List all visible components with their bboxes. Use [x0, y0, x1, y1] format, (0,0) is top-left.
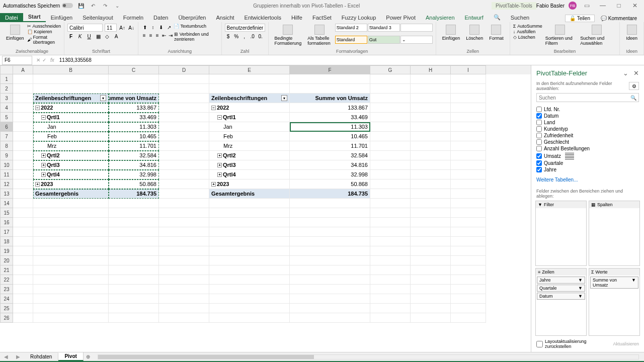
- row-header-16[interactable]: 16: [0, 218, 13, 227]
- cell[interactable]: [451, 275, 486, 285]
- cell[interactable]: [451, 218, 486, 227]
- cell[interactable]: [411, 218, 451, 227]
- cell[interactable]: [370, 170, 411, 179]
- cell[interactable]: [13, 313, 33, 323]
- cell[interactable]: Gesamtergebnis: [209, 189, 290, 199]
- cell[interactable]: [13, 227, 33, 237]
- save-icon[interactable]: 💾: [77, 2, 85, 10]
- cell[interactable]: [159, 313, 209, 323]
- row-header-10[interactable]: 10: [0, 160, 13, 170]
- cell[interactable]: Mrz: [209, 141, 290, 151]
- cell[interactable]: [370, 199, 411, 208]
- values-area[interactable]: ΣWerte Summe von Umsatz▼: [589, 268, 640, 336]
- format-cells-button[interactable]: Format: [486, 24, 507, 42]
- cell[interactable]: [109, 227, 159, 237]
- cell[interactable]: [411, 304, 451, 313]
- cell[interactable]: Jan: [33, 122, 109, 132]
- sheet-tab-pivot[interactable]: Pivot: [58, 352, 83, 361]
- row-header-14[interactable]: 14: [0, 199, 13, 208]
- align-bottom-icon[interactable]: ⬇: [157, 24, 165, 31]
- user-name[interactable]: Fabio Basler: [536, 3, 565, 9]
- cell[interactable]: 33.469: [290, 113, 370, 122]
- row-header-3[interactable]: 3: [0, 94, 13, 103]
- cell[interactable]: [159, 103, 209, 113]
- cell[interactable]: Zeilenbeschriftungen▼: [33, 94, 109, 103]
- cell[interactable]: [451, 84, 486, 94]
- cell[interactable]: [209, 256, 290, 265]
- name-box[interactable]: [2, 56, 32, 65]
- tab-einfuegen[interactable]: Einfügen: [46, 13, 77, 22]
- cell[interactable]: [159, 304, 209, 313]
- cell[interactable]: [159, 275, 209, 285]
- cell[interactable]: [451, 304, 486, 313]
- cell[interactable]: [13, 160, 33, 170]
- cell[interactable]: +Qrtl3: [209, 160, 290, 170]
- expand-collapse-icon[interactable]: −: [217, 115, 222, 120]
- cell[interactable]: [33, 199, 109, 208]
- expand-collapse-icon[interactable]: +: [217, 163, 222, 167]
- cell[interactable]: [411, 151, 451, 160]
- orientation-icon[interactable]: ↗: [166, 24, 173, 31]
- cell[interactable]: [13, 275, 33, 285]
- cell[interactable]: [451, 313, 486, 323]
- cell[interactable]: [109, 313, 159, 323]
- cell[interactable]: [290, 294, 370, 304]
- font-size-select[interactable]: [105, 24, 117, 32]
- cell[interactable]: [411, 141, 451, 151]
- cell[interactable]: [451, 141, 486, 151]
- style-standard2[interactable]: Standard 2: [335, 24, 367, 32]
- cell[interactable]: [33, 313, 109, 323]
- col-header-D[interactable]: D: [159, 65, 209, 74]
- col-header-I[interactable]: I: [451, 65, 486, 74]
- row-header-13[interactable]: 13: [0, 189, 13, 199]
- cell[interactable]: [451, 160, 486, 170]
- cell[interactable]: [370, 179, 411, 189]
- row-header-19[interactable]: 19: [0, 246, 13, 256]
- expand-collapse-icon[interactable]: −: [41, 115, 46, 120]
- cell[interactable]: [209, 313, 290, 323]
- cell[interactable]: [451, 103, 486, 113]
- cell[interactable]: [370, 275, 411, 285]
- cell[interactable]: [13, 122, 33, 132]
- cell[interactable]: [33, 256, 109, 265]
- expand-collapse-icon[interactable]: +: [211, 182, 216, 187]
- cell[interactable]: [33, 218, 109, 227]
- decrease-indent-icon[interactable]: ⇤: [161, 32, 167, 39]
- cell[interactable]: [209, 285, 290, 294]
- cell[interactable]: [451, 199, 486, 208]
- cell[interactable]: [370, 141, 411, 151]
- cell[interactable]: [109, 256, 159, 265]
- field-umsatz[interactable]: Umsatz: [536, 152, 639, 160]
- cell[interactable]: [411, 227, 451, 237]
- values-area-summe[interactable]: Summe von Umsatz▼: [590, 277, 638, 289]
- find-select-button[interactable]: Suchen und Auswählen: [577, 24, 616, 47]
- col-header-H[interactable]: H: [411, 65, 451, 74]
- cell-styles-gallery[interactable]: Standard 2 Standard 3 Standard Gut ⌄: [335, 24, 433, 47]
- cell[interactable]: [209, 208, 290, 218]
- cell[interactable]: [451, 246, 486, 256]
- cell[interactable]: [109, 218, 159, 227]
- cell[interactable]: [13, 74, 33, 84]
- font-name-select[interactable]: [67, 24, 103, 32]
- cell[interactable]: 32.584: [109, 151, 159, 160]
- cell[interactable]: −Qrtl1: [209, 113, 290, 122]
- cell[interactable]: [13, 103, 33, 113]
- cell[interactable]: +2023: [209, 179, 290, 189]
- cell[interactable]: 32.998: [290, 170, 370, 179]
- cell[interactable]: [290, 84, 370, 94]
- spreadsheet-grid[interactable]: A B C D E F G H I 1234567891011121314151…: [0, 65, 531, 352]
- col-header-F[interactable]: F: [290, 65, 370, 74]
- filter-dropdown-icon[interactable]: ▼: [100, 95, 106, 101]
- cell[interactable]: [411, 113, 451, 122]
- cell[interactable]: [13, 151, 33, 160]
- cell[interactable]: [109, 304, 159, 313]
- wrap-text-button[interactable]: 📄 Textumbruch: [174, 24, 206, 31]
- cell[interactable]: [411, 103, 451, 113]
- cell[interactable]: [451, 208, 486, 218]
- conditional-format-button[interactable]: Bedingte Formatierung: [272, 24, 305, 47]
- cell[interactable]: [290, 227, 370, 237]
- cell[interactable]: [209, 74, 290, 84]
- customize-qat-icon[interactable]: ⌄: [113, 2, 121, 10]
- columns-area[interactable]: ▦Spalten: [589, 201, 640, 266]
- cell[interactable]: [159, 132, 209, 141]
